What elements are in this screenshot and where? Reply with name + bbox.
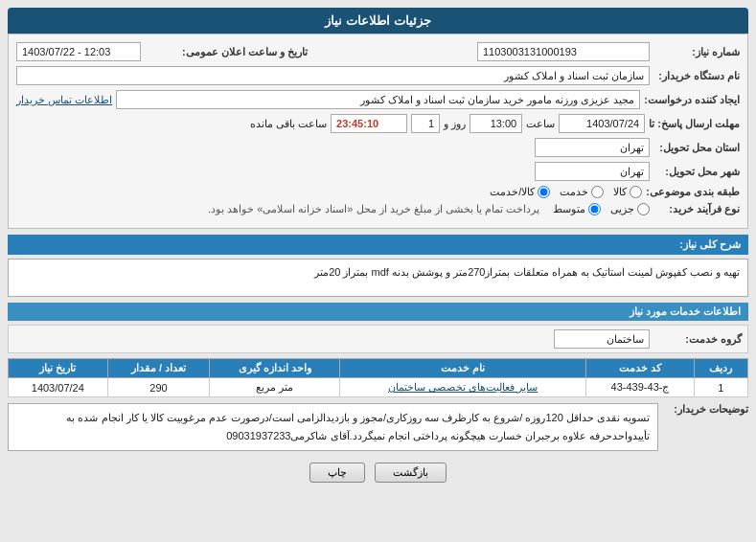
radio-motavaset-label: متوسط (553, 203, 585, 215)
mohlat-saat: 13:00 (470, 114, 522, 133)
radio-khedmat[interactable]: خدمت (560, 186, 604, 198)
notes-row: توضیحات خریدار: تسویه نقدی حداقل 120روزه… (8, 403, 748, 457)
desc-section-title: شرح کلی نیاز: (8, 235, 748, 255)
namdastgah-label: نام دستگاه خریدار: (653, 70, 740, 82)
main-info-panel: شماره نیاز: 1103003131000193 تاریخ و ساع… (8, 34, 748, 229)
radio-kala[interactable]: کالا (613, 186, 642, 198)
radio-motavaset[interactable]: متوسط (553, 203, 601, 215)
col-tarikh: تاریخ نیاز (9, 359, 108, 378)
radio-jozi-input[interactable] (637, 203, 650, 215)
mohlat-label: مهلت ارسال پاسخ: تا (649, 118, 740, 130)
namdastgah-value: سازمان ثبت اسناد و املاک کشور (16, 66, 650, 85)
cell-name[interactable]: سایر فعالیت‌های تخصصی ساختمان (339, 378, 585, 397)
col-vahed: واحد اندازه گیری (210, 359, 340, 378)
radio-khedmat-input[interactable] (591, 186, 604, 198)
mohlat-saat-label: ساعت (526, 118, 555, 130)
group-row: گروه خدمت: ساختمان (8, 325, 748, 353)
group-value: ساختمان (554, 329, 650, 349)
shomare-niaz-label: شماره نیاز: (653, 46, 740, 58)
print-button[interactable]: چاپ (309, 463, 365, 483)
header-title: جزئیات اطلاعات نیاز (325, 13, 430, 28)
cell-radif: 1 (694, 378, 747, 397)
tabaqe-label: طبقه بندی موضوعی: (646, 186, 740, 198)
row-shomare-tarikh: شماره نیاز: 1103003131000193 تاریخ و ساع… (16, 42, 740, 61)
col-radif: ردیف (694, 359, 747, 378)
ostan-label: استان محل تحویل: (653, 142, 740, 154)
table-row: 1 ج-43-439-43 سایر فعالیت‌های تخصصی ساخت… (9, 378, 748, 397)
cell-kod: ج-43-439-43 (586, 378, 694, 397)
radio-kala-khedmat-label: کالا/خدمت (490, 186, 535, 198)
notes-box: تسویه نقدی حداقل 120روزه /شروع به کارظرف… (8, 403, 658, 451)
row-mohlat: مهلت ارسال پاسخ: تا 1403/07/24 ساعت 13:0… (16, 114, 740, 133)
notes-label: توضیحات خریدار: (662, 403, 748, 416)
radio-kala-khedmat[interactable]: کالا/خدمت (490, 186, 550, 198)
radio-kala-khedmat-input[interactable] (538, 186, 550, 198)
noe-farayand-note: پرداخت تمام یا بخشی از مبلغ خرید از محل … (208, 203, 539, 215)
ijad-value: مجید عزیزی ورزنه مامور خرید سازمان ثبت ا… (116, 90, 640, 109)
mohlat-date: 1403/07/24 (559, 114, 645, 133)
mohlat-roz: 1 (411, 114, 440, 133)
ijalamas-link[interactable]: اطلاعات تماس خریدار (16, 94, 112, 106)
row-tabaqe: طبقه بندی موضوعی: کالا خدمت کالا/خدمت (16, 186, 740, 198)
radio-jozi[interactable]: جزیی (610, 203, 650, 215)
col-kod: کد خدمت (586, 359, 694, 378)
ostan-value: تهران (535, 138, 650, 157)
row-namdastgah: نام دستگاه خریدار: سازمان ثبت اسناد و ام… (16, 66, 740, 85)
ijad-value-text: مجید عزیزی ورزنه مامور خرید سازمان ثبت ا… (360, 94, 635, 106)
tarikh-value: 1403/07/22 - 12:03 (16, 42, 141, 61)
cell-vahed: متر مربع (210, 378, 340, 397)
noe-farayand-label: نوع فرآیند خرید: (653, 203, 740, 215)
sazman-value: سازمان ثبت اسناد و املاک کشور (504, 70, 644, 82)
cell-tarikh: 1403/07/24 (9, 378, 108, 397)
row-ijad: ایجاد کننده درخواست: مجید عزیزی ورزنه ما… (16, 90, 740, 109)
page-header: جزئیات اطلاعات نیاز (8, 8, 748, 34)
col-name: نام خدمت (339, 359, 585, 378)
table-header-row: ردیف کد خدمت نام خدمت واحد اندازه گیری ت… (9, 359, 748, 378)
desc-box: تهیه و نصب کفپوش لمینت استاتیک به همراه … (8, 259, 748, 297)
tabaqe-radio-group: کالا خدمت کالا/خدمت (490, 186, 642, 198)
mohlat-baghimande-label: ساعت باقی مانده (250, 118, 327, 130)
mohlat-roz-label: روز و (444, 118, 466, 130)
back-button[interactable]: بازگشت (375, 463, 447, 483)
row-ostan: استان محل تحویل: تهران (16, 138, 740, 157)
radio-jozi-label: جزیی (610, 203, 634, 215)
radio-khedmat-label: خدمت (560, 186, 588, 198)
group-label: گروه خدمت: (655, 333, 742, 346)
shahr-label: شهر محل تحویل: (653, 166, 740, 178)
row-shahr: شهر محل تحویل: تهران (16, 162, 740, 181)
row-noe-farayand: نوع فرآیند خرید: جزیی متوسط پرداخت تمام … (16, 203, 740, 215)
col-tedad: تعداد / مقدار (107, 359, 210, 378)
radio-motavaset-input[interactable] (588, 203, 601, 215)
shomare-niaz-value: 1103003131000193 (477, 42, 650, 61)
cell-tedad: 290 (107, 378, 210, 397)
tarikh-label: تاریخ و ساعت اعلان عمومی: (145, 46, 308, 58)
noe-farayand-radio-group: جزیی متوسط (553, 203, 650, 215)
mohlat-baghimande: 23:45:10 (331, 114, 407, 133)
button-row: بازگشت چاپ (8, 463, 748, 483)
info-section-title: اطلاعات خدمات مورد نیاز (8, 303, 748, 321)
services-table: ردیف کد خدمت نام خدمت واحد اندازه گیری ت… (8, 358, 748, 397)
shahr-value: تهران (535, 162, 650, 181)
desc-section: شرح کلی نیاز: تهیه و نصب کفپوش لمینت است… (8, 235, 748, 297)
info-section: اطلاعات خدمات مورد نیاز گروه خدمت: ساختم… (8, 303, 748, 397)
radio-kala-label: کالا (613, 186, 627, 198)
ijad-label: ایجاد کننده درخواست: (644, 94, 740, 106)
radio-kala-input[interactable] (630, 186, 642, 198)
